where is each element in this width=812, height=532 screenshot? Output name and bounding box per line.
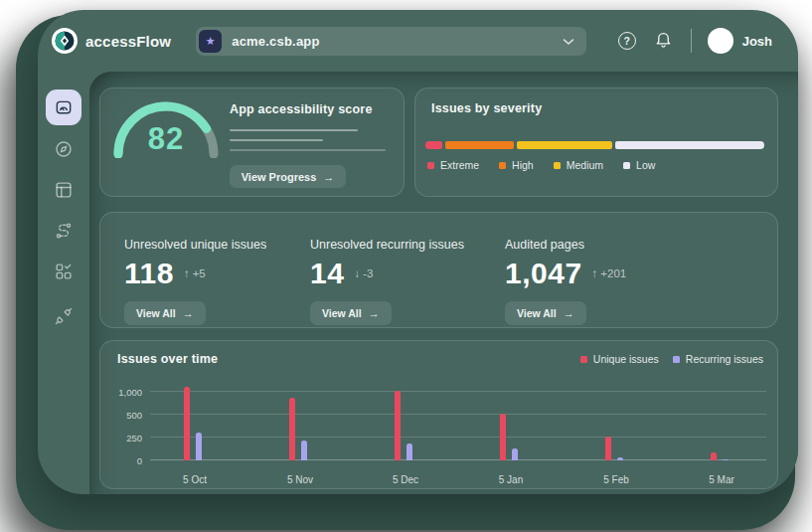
- legend-item-medium: Medium: [554, 159, 603, 171]
- layout-icon: [53, 179, 75, 201]
- brand-logo-icon: [52, 28, 78, 54]
- gridline-500: [150, 414, 766, 415]
- x-axis-label: 5 Nov: [270, 474, 330, 485]
- gridline-1000: [150, 391, 766, 392]
- dashboard-gauge-icon: [54, 97, 74, 117]
- stat-value: 118: [124, 257, 174, 290]
- score-card-body: App accessibility score View Progress→: [230, 102, 384, 188]
- project-selector[interactable]: ★ acme.csb.app: [196, 27, 586, 56]
- stat-line: 118↑+5: [124, 257, 310, 290]
- sidebar-item-explore[interactable]: [52, 137, 76, 161]
- chart-card: Issues over time Unique issuesRecurring …: [99, 340, 778, 489]
- help-button[interactable]: ?: [618, 32, 636, 50]
- legend-label: Extreme: [440, 159, 479, 171]
- header-actions: ? Josh: [618, 28, 772, 54]
- score-gauge: 82: [108, 96, 224, 158]
- bar-recurring-5-nov: [301, 441, 307, 460]
- notifications-button[interactable]: [654, 29, 673, 53]
- chart-legend: Unique issuesRecurring issues: [580, 353, 763, 365]
- severity-segment-medium: [517, 141, 612, 149]
- bar-recurring-5-oct: [196, 433, 202, 460]
- stat-label: Unresolved recurring issues: [310, 238, 505, 252]
- severity-legend: ExtremeHighMediumLow: [427, 159, 655, 171]
- bar-unique-5-nov: [289, 398, 295, 460]
- view-all-button[interactable]: View All→: [124, 301, 206, 325]
- legend-label: High: [512, 159, 534, 171]
- app-window: accessFlow ★ acme.csb.app ?: [38, 10, 798, 494]
- brand-name: accessFlow: [85, 33, 171, 50]
- bar-recurring-5-dec: [406, 443, 412, 460]
- user-name: Josh: [742, 34, 772, 49]
- placeholder-lines: [230, 129, 384, 151]
- plug-icon: [53, 305, 75, 327]
- severity-segment-extreme: [425, 141, 442, 149]
- stat-unresolved-unique-issues: Unresolved unique issues118↑+5View All→: [124, 238, 310, 327]
- legend-swatch: [673, 356, 680, 363]
- x-axis-label: 5 Feb: [586, 474, 646, 485]
- y-axis-tick: 500: [104, 410, 142, 421]
- view-progress-button[interactable]: View Progress→: [230, 165, 346, 188]
- chevron-down-icon: [563, 34, 574, 49]
- x-axis-label: 5 Dec: [376, 474, 435, 485]
- legend-item-high: High: [499, 159, 534, 171]
- legend-label: Low: [636, 159, 655, 171]
- stat-delta: ↑+201: [592, 267, 627, 279]
- stat-unresolved-recurring-issues: Unresolved recurring issues14↓-3View All…: [310, 238, 505, 327]
- grid-check-icon: [53, 261, 75, 282]
- bar-unique-5-dec: [395, 391, 401, 460]
- legend-label: Recurring issues: [686, 353, 763, 365]
- star-icon: ★: [199, 30, 222, 53]
- chart-title: Issues over time: [117, 352, 218, 366]
- x-axis-label: 5 Oct: [165, 474, 225, 485]
- sidebar-item-flows[interactable]: [52, 219, 76, 243]
- bar-recurring-5-jan: [512, 448, 518, 460]
- sidebar: [38, 72, 89, 494]
- severity-segment-low: [615, 141, 764, 149]
- severity-bar: [425, 141, 764, 149]
- legend-item-low: Low: [623, 159, 655, 171]
- severity-card-title: Issues by severity: [431, 101, 542, 115]
- bar-unique-5-jan: [500, 414, 506, 460]
- y-axis-tick: 250: [104, 433, 142, 443]
- view-all-button[interactable]: View All→: [310, 301, 392, 325]
- score-card-title: App accessibility score: [230, 102, 384, 116]
- score-card: 82 App accessibility score View Progress…: [99, 88, 405, 197]
- user-avatar[interactable]: [708, 28, 733, 54]
- legend-swatch: [623, 162, 630, 169]
- page: accessFlow ★ acme.csb.app ?: [0, 0, 812, 532]
- bar-chart-plot: 02505001,0005 Oct5 Nov5 Dec5 Jan5 Feb5 M…: [150, 379, 766, 460]
- stats-card: Unresolved unique issues118↑+5View All→U…: [99, 212, 778, 328]
- y-axis-tick: 0: [104, 455, 142, 466]
- sidebar-item-pages[interactable]: [52, 178, 76, 202]
- legend-label: Unique issues: [593, 353, 659, 365]
- legend-swatch: [427, 162, 434, 169]
- sidebar-item-tasks[interactable]: [52, 260, 76, 283]
- stat-line: 14↓-3: [310, 257, 505, 290]
- chart-legend-item-recurring-issues: Recurring issues: [673, 353, 763, 365]
- top-cards-row: 82 App accessibility score View Progress…: [99, 88, 778, 197]
- compass-icon: [53, 138, 75, 160]
- up-arrow-icon: ↑: [592, 267, 598, 279]
- legend-swatch: [580, 356, 587, 363]
- bar-recurring-5-mar: [723, 459, 729, 460]
- sidebar-item-integrations[interactable]: [52, 304, 76, 328]
- gridline-250: [150, 437, 766, 438]
- severity-card: Issues by severity ExtremeHighMediumLow: [414, 88, 778, 197]
- stat-label: Unresolved unique issues: [124, 238, 310, 252]
- app-header: accessFlow ★ acme.csb.app ?: [38, 10, 798, 72]
- x-axis-label: 5 Mar: [692, 474, 751, 485]
- stat-delta-value: +201: [600, 267, 626, 279]
- bar-unique-5-feb: [605, 437, 611, 460]
- view-all-button[interactable]: View All→: [505, 301, 586, 325]
- sidebar-item-dashboard[interactable]: [46, 89, 81, 125]
- severity-segment-high: [445, 141, 514, 149]
- legend-swatch: [554, 162, 561, 169]
- score-value: 82: [108, 121, 224, 157]
- stat-value: 1,047: [505, 257, 582, 290]
- stat-delta: ↑+5: [184, 267, 206, 279]
- bar-unique-5-oct: [184, 387, 190, 460]
- header-divider: [691, 29, 692, 53]
- bar-recurring-5-feb: [617, 457, 623, 460]
- legend-item-extreme: Extreme: [427, 159, 479, 171]
- stat-delta-value: +5: [193, 267, 206, 279]
